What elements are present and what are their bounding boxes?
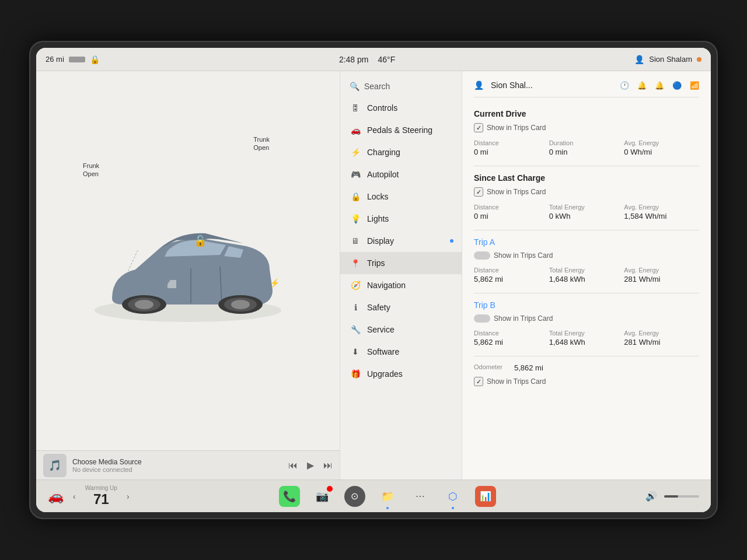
energy-app-icon[interactable]: 📊	[475, 486, 496, 507]
user-avatar-icon: 👤	[474, 80, 484, 90]
status-right: 👤 Sion Shalam	[634, 55, 701, 64]
trip-a-avg: Avg. Energy 281 Wh/mi	[624, 267, 699, 284]
charging-label: Charging	[367, 148, 400, 157]
current-drive-checkbox[interactable]: ✓	[474, 123, 483, 132]
trip-a-show-trips[interactable]: Show in Trips Card	[474, 251, 699, 260]
trip-a-distance: Distance 5,862 mi	[474, 267, 549, 284]
current-drive-title: Current Drive	[474, 109, 699, 118]
trip-b-avg-label: Avg. Energy	[624, 330, 699, 337]
menu-item-trips[interactable]: 📍 Trips	[340, 252, 462, 274]
menu-item-display[interactable]: 🖥 Display	[340, 230, 462, 252]
files-app-icon[interactable]: 📁	[377, 486, 398, 507]
trip-a-link[interactable]: Trip A	[474, 237, 699, 247]
trip-a-energy-label: Total Energy	[549, 267, 624, 274]
odometer-show-trips[interactable]: ✓ Show in Trips Card	[474, 377, 699, 386]
temp-display: Warming Up 71	[85, 485, 117, 508]
current-drive-duration: Duration 0 min	[549, 139, 624, 156]
trip-b-link[interactable]: Trip B	[474, 300, 699, 310]
current-drive-show-label: Show in Trips Card	[487, 124, 546, 132]
taskbar-right-arrow[interactable]: ›	[127, 492, 130, 501]
odometer-section: Odometer 5,862 mi	[474, 363, 699, 372]
media-title: Choose Media Source	[72, 458, 282, 466]
files-dot	[386, 507, 389, 509]
current-drive-section: Current Drive ✓ Show in Trips Card Dista…	[474, 109, 699, 156]
status-username: Sion Shalam	[649, 55, 692, 64]
volume-fill	[664, 495, 678, 498]
svg-point-8	[231, 300, 250, 309]
trip-b-avg-value: 281 Wh/mi	[624, 338, 699, 346]
bluetooth-icon: 🔵	[672, 81, 682, 90]
status-center: 2:48 pm 46°F	[111, 55, 623, 64]
menu-item-controls[interactable]: 🎛 Controls	[340, 97, 462, 119]
menu-item-locks[interactable]: 🔒 Locks	[340, 186, 462, 208]
media-bar: 🎵 Choose Media Source No device connecte…	[36, 450, 340, 480]
current-drive-duration-label: Duration	[549, 139, 624, 146]
next-track-icon[interactable]: ⏭	[323, 460, 333, 471]
menu-item-upgrades[interactable]: 🎁 Upgrades	[340, 363, 462, 385]
volume-bar[interactable]	[664, 495, 699, 498]
menu-item-pedals[interactable]: 🚗 Pedals & Steering	[340, 119, 462, 141]
frunk-label: Frunk Open	[83, 162, 99, 178]
trip-a-avg-label: Avg. Energy	[624, 267, 699, 274]
screen: 26 mi 🔒 2:48 pm 46°F 👤 Sion Shalam Frunk…	[36, 48, 711, 512]
range-display: 26 mi	[46, 55, 64, 64]
status-temperature: 46°F	[378, 55, 395, 64]
trips-content-panel: 👤 Sion Shal... 🕐 🔔 🔔 🔵 📶 Current Drive ✓	[462, 71, 711, 480]
service-label: Service	[367, 325, 395, 334]
trip-b-show-label: Show in Trips Card	[494, 314, 553, 323]
trip-b-energy-value: 1,648 kWh	[549, 338, 624, 346]
trip-a-toggle[interactable]	[474, 251, 490, 260]
trip-b-energy-label: Total Energy	[549, 330, 624, 337]
camera-front-app-icon[interactable]: 📷	[312, 486, 333, 507]
search-menu-item[interactable]: 🔍 Search	[340, 76, 462, 97]
phone-app-icon[interactable]: 📞	[279, 486, 300, 507]
odometer-value: 5,862 mi	[514, 363, 543, 372]
since-last-charge-show-trips[interactable]: ✓ Show in Trips Card	[474, 187, 699, 197]
taskbar-left-arrow[interactable]: ‹	[73, 492, 76, 501]
trunk-label: Trunk Open	[253, 135, 270, 152]
warming-up-label: Warming Up	[85, 485, 117, 491]
service-icon: 🔧	[350, 325, 361, 334]
taskbar-right: 🔊	[645, 491, 699, 502]
trip-b-show-trips[interactable]: Show in Trips Card	[474, 314, 699, 323]
menu-item-lights[interactable]: 💡 Lights	[340, 208, 462, 230]
search-icon: 🔍	[350, 82, 359, 91]
current-drive-distance-value: 0 mi	[474, 148, 549, 156]
locks-icon: 🔒	[350, 192, 361, 201]
car-view: Frunk Open Trunk Open 🔓	[36, 71, 340, 480]
media-controls[interactable]: ⏮ ▶ ⏭	[288, 460, 333, 471]
slc-distance-label: Distance	[474, 204, 549, 211]
screen-bezel: 26 mi 🔒 2:48 pm 46°F 👤 Sion Shalam Frunk…	[29, 41, 718, 519]
menu-item-charging[interactable]: ⚡ Charging	[340, 141, 462, 163]
odometer-value-display: 5,862 mi	[514, 363, 543, 372]
taskbar-car-icon[interactable]: 🚗	[48, 489, 64, 504]
play-icon[interactable]: ▶	[307, 460, 314, 471]
slc-avg-value: 1,584 Wh/mi	[624, 212, 699, 220]
trip-b-avg: Avg. Energy 281 Wh/mi	[624, 330, 699, 346]
slc-avg-energy: Avg. Energy 1,584 Wh/mi	[624, 204, 699, 220]
media-thumbnail: 🎵	[43, 454, 67, 477]
prev-track-icon[interactable]: ⏮	[288, 460, 298, 471]
slc-distance: Distance 0 mi	[474, 204, 549, 220]
display-icon: 🖥	[350, 236, 361, 246]
media-info: Choose Media Source No device connected	[72, 458, 282, 473]
bluetooth-app-icon[interactable]: ⬡	[442, 486, 463, 507]
more-apps-icon[interactable]: ⋯	[410, 486, 431, 507]
trip-b-toggle[interactable]	[474, 314, 490, 323]
since-last-charge-checkbox[interactable]: ✓	[474, 187, 483, 197]
media-subtitle: No device connected	[72, 466, 282, 473]
menu-item-software[interactable]: ⬇ Software	[340, 341, 462, 363]
dashcam-app-icon[interactable]: ⊙	[344, 486, 365, 507]
menu-item-safety[interactable]: ℹ Safety	[340, 296, 462, 318]
divider-1	[474, 166, 699, 166]
menu-item-service[interactable]: 🔧 Service	[340, 318, 462, 341]
menu-item-autopilot[interactable]: 🎮 Autopilot	[340, 163, 462, 186]
odometer-checkbox[interactable]: ✓	[474, 377, 483, 386]
current-drive-show-trips[interactable]: ✓ Show in Trips Card	[474, 123, 699, 132]
trip-b-energy: Total Energy 1,648 kWh	[549, 330, 624, 346]
taskbar: 🚗 ‹ Warming Up 71 › 📞 📷 ⊙ 📁	[36, 480, 711, 512]
autopilot-icon: 🎮	[350, 170, 361, 179]
menu-item-navigation[interactable]: 🧭 Navigation	[340, 274, 462, 296]
pedals-label: Pedals & Steering	[367, 125, 432, 135]
since-last-charge-stats: Distance 0 mi Total Energy 0 kWh Avg. En…	[474, 204, 699, 220]
